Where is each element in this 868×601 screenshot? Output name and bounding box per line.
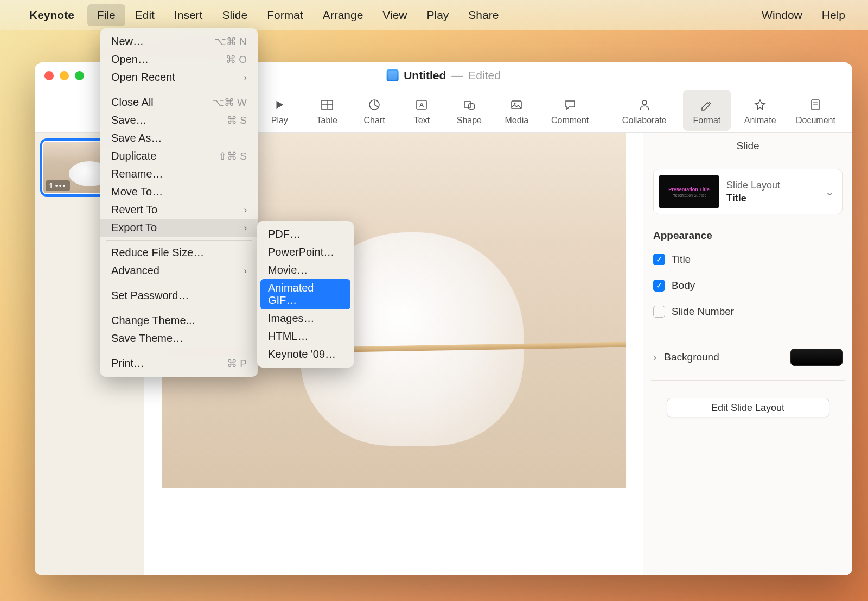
menu-save[interactable]: Save…⌘ S [100, 111, 258, 129]
menu-change-theme[interactable]: Change Theme... [100, 312, 258, 330]
checkbox-icon[interactable]: ✓ [653, 280, 665, 292]
background-row[interactable]: › Background [653, 349, 843, 366]
menu-slide[interactable]: Slide [212, 4, 257, 26]
tool-play[interactable]: Play [262, 90, 297, 131]
svg-text:A: A [419, 101, 424, 109]
check-body[interactable]: ✓ Body [653, 277, 843, 294]
layout-thumb-title: Presentation Title [668, 187, 709, 192]
tool-table[interactable]: Table [309, 90, 344, 131]
tool-format[interactable]: Format [683, 90, 730, 131]
menu-duplicate[interactable]: Duplicate⇧⌘ S [100, 147, 258, 165]
menu-export-to[interactable]: Export To› [100, 219, 258, 237]
tool-label: Comment [551, 116, 589, 125]
menu-rename[interactable]: Rename… [100, 165, 258, 183]
file-menu-dropdown: New…⌥⌘ N Open…⌘ O Open Recent› Close All… [100, 28, 258, 377]
slide-number-badge: 1 ••• [46, 180, 70, 191]
menu-revert-to[interactable]: Revert To› [100, 201, 258, 219]
menu-open-recent[interactable]: Open Recent› [100, 68, 258, 86]
collaborate-icon [637, 97, 652, 112]
text-icon: A [414, 97, 429, 112]
shape-icon [462, 97, 477, 112]
table-icon [320, 97, 335, 112]
menu-help[interactable]: Help [812, 4, 855, 26]
menu-open[interactable]: Open…⌘ O [100, 50, 258, 68]
export-animated-gif[interactable]: Animated GIF… [260, 279, 350, 309]
tool-collaborate[interactable]: Collaborate [617, 90, 671, 131]
menu-window[interactable]: Window [752, 4, 812, 26]
menu-save-as[interactable]: Save As… [100, 129, 258, 147]
menu-move-to[interactable]: Move To… [100, 183, 258, 201]
tool-label: Collaborate [622, 116, 667, 125]
document-icon [386, 69, 398, 81]
app-name[interactable]: Keynote [23, 5, 81, 25]
menu-save-theme[interactable]: Save Theme… [100, 330, 258, 347]
tool-media[interactable]: Media [499, 90, 534, 131]
menu-format[interactable]: Format [257, 4, 313, 26]
export-html[interactable]: HTML… [257, 327, 354, 345]
menu-advanced[interactable]: Advanced› [100, 262, 258, 280]
menu-file[interactable]: File [87, 4, 125, 26]
menu-share[interactable]: Share [458, 4, 508, 26]
layout-value: Title [726, 193, 818, 204]
check-label: Slide Number [672, 306, 734, 318]
background-label: Background [664, 351, 719, 363]
slide-layout-selector[interactable]: Presentation Title Presentation Subtitle… [653, 169, 843, 214]
tool-chart[interactable]: Chart [356, 90, 392, 131]
checkbox-icon[interactable]: ✓ [653, 254, 665, 265]
document-tool-icon [808, 97, 823, 112]
export-pdf[interactable]: PDF… [257, 225, 354, 243]
menu-play[interactable]: Play [417, 4, 459, 26]
background-color-swatch[interactable] [790, 349, 843, 366]
svg-rect-6 [464, 102, 470, 107]
tool-shape[interactable]: Shape [451, 90, 487, 131]
media-icon [509, 97, 524, 112]
menu-insert[interactable]: Insert [164, 4, 213, 26]
checkbox-icon[interactable] [653, 306, 665, 318]
menu-arrange[interactable]: Arrange [313, 4, 373, 26]
chevron-right-icon: › [244, 223, 247, 233]
layout-label: Slide Layout [726, 180, 818, 191]
chevron-right-icon: › [244, 205, 247, 215]
minimize-icon[interactable] [60, 71, 69, 80]
menubar: Keynote File Edit Insert Slide Format Ar… [0, 0, 868, 30]
menu-reduce-file-size[interactable]: Reduce File Size… [100, 244, 258, 262]
menu-view[interactable]: View [373, 4, 417, 26]
tool-label: Shape [457, 116, 482, 125]
menu-set-password[interactable]: Set Password… [100, 287, 258, 305]
slide-number: 1 [49, 181, 53, 190]
close-icon[interactable] [44, 71, 54, 80]
check-slide-number[interactable]: Slide Number [653, 303, 843, 320]
comment-icon [563, 97, 578, 112]
export-keynote09[interactable]: Keynote '09… [257, 345, 354, 363]
export-powerpoint[interactable]: PowerPoint… [257, 243, 354, 261]
chart-icon [367, 97, 382, 112]
tool-label: Play [271, 116, 288, 125]
menu-new[interactable]: New…⌥⌘ N [100, 33, 258, 50]
doc-name[interactable]: Untitled [404, 69, 446, 82]
tool-animate[interactable]: Animate [743, 90, 778, 131]
export-to-submenu: PDF… PowerPoint… Movie… Animated GIF… Im… [257, 221, 354, 368]
inspector-tab-slide[interactable]: Slide [643, 133, 852, 159]
svg-point-7 [468, 103, 475, 110]
chevron-down-icon: ⌄ [825, 185, 834, 198]
tool-label: Text [414, 116, 430, 125]
svg-point-9 [514, 103, 516, 105]
edit-slide-layout-button[interactable]: Edit Slide Layout [667, 398, 829, 417]
traffic-lights [44, 71, 84, 80]
chevron-right-icon: › [244, 266, 247, 276]
tool-document[interactable]: Document [790, 90, 841, 131]
check-title[interactable]: ✓ Title [653, 251, 843, 268]
title-separator: — [451, 69, 463, 82]
tool-label: Format [693, 116, 721, 125]
tool-comment[interactable]: Comment [546, 90, 593, 131]
export-images[interactable]: Images… [257, 309, 354, 327]
disclosure-icon[interactable]: › [653, 351, 656, 363]
menu-print[interactable]: Print…⌘ P [100, 355, 258, 372]
export-movie[interactable]: Movie… [257, 261, 354, 279]
tool-text[interactable]: A Text [404, 90, 439, 131]
menu-edit[interactable]: Edit [125, 4, 164, 26]
layout-thumb-subtitle: Presentation Subtitle [672, 193, 707, 197]
tool-label: Animate [744, 116, 776, 125]
menu-close-all[interactable]: Close All⌥⌘ W [100, 93, 258, 111]
zoom-icon[interactable] [75, 71, 84, 80]
